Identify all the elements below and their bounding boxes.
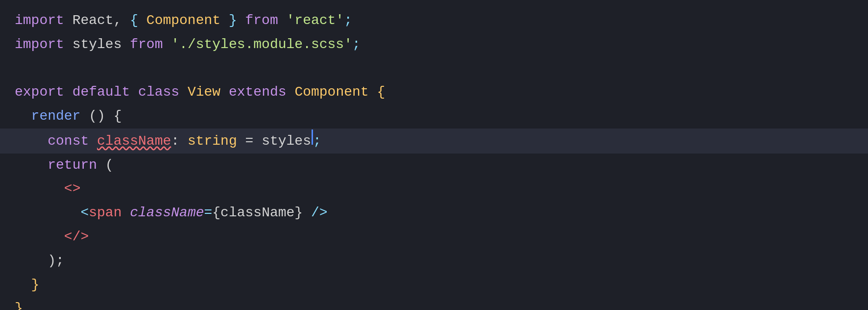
token <box>179 81 188 103</box>
token <box>163 34 171 56</box>
code-line-8: <> <box>0 177 868 201</box>
token: styles <box>64 34 130 56</box>
token: View <box>188 81 220 103</box>
token: const <box>48 130 89 153</box>
token: React, <box>64 10 130 32</box>
token <box>130 81 138 103</box>
token: { <box>377 81 385 103</box>
code-line-2: import styles from './styles.module.scss… <box>0 33 868 57</box>
token: from <box>245 10 278 32</box>
token: } <box>220 10 245 32</box>
token: } <box>31 274 40 296</box>
token: { <box>130 10 146 32</box>
token: from <box>130 34 163 56</box>
code-line-11: ); <box>0 249 868 273</box>
code-line-1: import React, { Component } from 'react'… <box>0 9 868 33</box>
token: span <box>89 202 121 224</box>
token: extends <box>229 81 287 103</box>
token <box>287 81 295 103</box>
token <box>15 274 31 296</box>
token: class <box>138 81 179 103</box>
token <box>89 130 97 153</box>
token: /> <box>311 202 328 224</box>
token: = <box>204 202 213 224</box>
token <box>15 226 64 248</box>
token <box>369 81 377 103</box>
token <box>220 81 229 103</box>
token: export <box>15 81 64 103</box>
token: ; <box>344 10 352 32</box>
token <box>15 58 23 80</box>
token: {className} <box>212 202 311 224</box>
token <box>64 81 72 103</box>
code-line-7: return ( <box>0 154 868 178</box>
token: ( <box>97 155 114 177</box>
code-content: import React, { Component } from 'react'… <box>0 9 868 310</box>
code-line-13: } <box>0 297 868 310</box>
token <box>15 130 48 153</box>
token: <> <box>64 178 81 200</box>
token: className <box>97 130 171 153</box>
code-line-6: const className : string = styles ; <box>0 129 868 154</box>
code-line-9: < span className = {className} /> <box>0 201 868 225</box>
code-line-4: export default class View extends Compon… <box>0 80 868 104</box>
token <box>15 202 80 224</box>
token: = styles <box>237 130 311 153</box>
token: './styles.module.scss' <box>171 34 352 56</box>
code-line-5: render () { <box>0 104 868 129</box>
token: () { <box>80 105 121 128</box>
token <box>15 155 48 177</box>
token <box>15 105 31 128</box>
token: } <box>15 298 23 310</box>
code-line-12: } <box>0 273 868 297</box>
token: : <box>171 130 188 153</box>
token: import <box>15 34 64 56</box>
token: string <box>188 130 237 153</box>
token: </> <box>64 226 89 248</box>
token <box>15 178 64 200</box>
token: return <box>48 155 97 177</box>
token: import <box>15 10 64 32</box>
token: ); <box>15 250 64 272</box>
token: ; <box>352 34 361 56</box>
token: < <box>80 202 89 224</box>
token <box>278 10 287 32</box>
code-line-3 <box>0 57 868 81</box>
token: render <box>31 105 81 128</box>
token: className <box>130 202 204 224</box>
code-line-10: </> <box>0 225 868 249</box>
token: ; <box>313 130 321 153</box>
token <box>121 202 130 224</box>
token: Component <box>146 10 220 32</box>
token: default <box>72 81 130 103</box>
token: Component <box>294 81 368 103</box>
code-editor[interactable]: import React, { Component } from 'react'… <box>0 0 868 310</box>
token: 'react' <box>287 10 344 32</box>
